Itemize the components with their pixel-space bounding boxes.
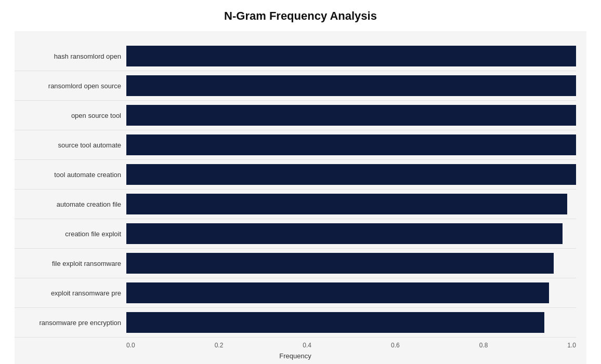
bar-fill <box>126 282 549 303</box>
x-tick: 0.2 <box>215 342 224 349</box>
bar-track <box>126 105 576 126</box>
x-tick: 0.0 <box>126 342 135 349</box>
bar-label: creation file exploit <box>15 230 126 238</box>
bar-track <box>126 164 576 185</box>
bar-label: open source tool <box>15 112 126 119</box>
chart-container: hash ransomlord openransomlord open sour… <box>15 31 586 364</box>
bar-fill <box>126 194 567 214</box>
chart-title: N-Gram Frequency Analysis <box>224 9 377 23</box>
x-axis: 0.00.20.40.60.81.0 <box>126 342 576 349</box>
x-axis-label: Frequency <box>15 352 576 360</box>
bar-row: ransomlord open source <box>15 71 576 101</box>
bar-label: exploit ransomware pre <box>15 289 126 297</box>
bar-fill <box>126 75 576 96</box>
x-tick: 1.0 <box>567 342 576 349</box>
bar-fill <box>126 223 563 244</box>
bar-row: source tool automate <box>15 130 576 160</box>
bar-row: file exploit ransomware <box>15 249 576 278</box>
bar-row: hash ransomlord open <box>15 42 576 71</box>
bar-track <box>126 282 576 303</box>
bar-label: ransomlord open source <box>15 82 126 90</box>
x-tick: 0.8 <box>479 342 488 349</box>
bar-label: ransomware pre encryption <box>15 319 126 327</box>
bar-label: hash ransomlord open <box>15 52 126 60</box>
bar-track <box>126 194 576 214</box>
bar-label: source tool automate <box>15 141 126 149</box>
bar-row: ransomware pre encryption <box>15 308 576 338</box>
bar-fill <box>126 312 544 333</box>
bar-fill <box>126 134 576 155</box>
bar-row: exploit ransomware pre <box>15 278 576 308</box>
bar-track <box>126 75 576 96</box>
bar-row: open source tool <box>15 101 576 130</box>
bar-fill <box>126 253 554 274</box>
x-tick: 0.6 <box>391 342 400 349</box>
bar-track <box>126 253 576 274</box>
bar-row: tool automate creation <box>15 160 576 190</box>
bar-fill <box>126 164 576 185</box>
bar-track <box>126 312 576 333</box>
bar-label: tool automate creation <box>15 171 126 179</box>
bar-fill <box>126 105 576 126</box>
bar-label: file exploit ransomware <box>15 260 126 267</box>
chart-area: hash ransomlord openransomlord open sour… <box>15 42 576 338</box>
bar-track <box>126 134 576 155</box>
bar-fill <box>126 46 576 66</box>
bar-label: automate creation file <box>15 200 126 208</box>
x-tick: 0.4 <box>303 342 311 349</box>
bar-track <box>126 46 576 66</box>
bar-row: creation file exploit <box>15 219 576 249</box>
bar-track <box>126 223 576 244</box>
bar-row: automate creation file <box>15 190 576 219</box>
